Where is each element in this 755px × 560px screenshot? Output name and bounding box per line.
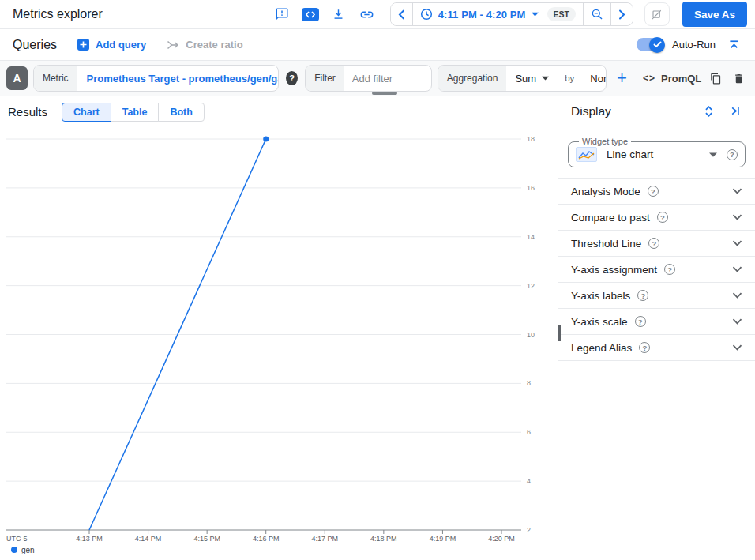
metric-group: Metric Prometheus Target - prometheus/ge… [33, 65, 279, 92]
chevron-down-icon [732, 292, 742, 299]
code-glyph-icon: <> [643, 73, 655, 84]
query-builder-row: A Metric Prometheus Target - prometheus/… [0, 61, 755, 96]
metric-label: Metric [34, 66, 77, 91]
tab-table[interactable]: Table [111, 103, 160, 122]
feedback-button[interactable] [272, 4, 292, 24]
filter-label: Filter [306, 66, 344, 91]
y-axis-tick-label: 6 [527, 428, 531, 436]
section-label: Legend Alias [571, 342, 632, 354]
aggregation-group: Aggregation Sum by None [438, 65, 607, 92]
tab-chart[interactable]: Chart [62, 103, 111, 122]
collapse-right-icon [729, 105, 741, 117]
chart-series-gen[interactable] [89, 137, 269, 531]
feedback-icon [275, 7, 289, 21]
x-axis-tick-label: 4:13 PM [76, 535, 103, 543]
chevron-down-icon [732, 266, 742, 272]
widget-type-field: Widget type Line chart ? [568, 137, 746, 167]
collapse-panel-button[interactable] [727, 103, 742, 119]
filter-input[interactable] [344, 66, 432, 91]
widget-type-value: Line chart [607, 148, 700, 160]
time-range-control: 4:11 PM - 4:20 PM EST [390, 2, 633, 26]
line-chart-icon [576, 147, 597, 162]
reset-zoom-button[interactable] [644, 2, 670, 26]
collapse-queries-button[interactable] [723, 35, 744, 55]
metric-help-button[interactable]: ? [286, 71, 298, 85]
y-axis-tick-label: 2 [527, 526, 531, 534]
chevron-down-icon [732, 318, 742, 325]
x-axis-tick-label: 4:16 PM [253, 535, 280, 543]
add-aggregation-button[interactable]: + [612, 70, 632, 87]
results-header: Results ChartTableBoth [0, 96, 558, 127]
section-analysis-mode[interactable]: Analysis Mode? [558, 179, 755, 205]
time-back-button[interactable] [391, 3, 412, 25]
auto-run-toggle[interactable] [637, 38, 664, 51]
metric-selector[interactable]: Prometheus Target - prometheus/gen/gauge [77, 66, 279, 91]
zoom-out-icon [591, 8, 603, 21]
share-link-button[interactable] [357, 4, 378, 24]
group-by-selector[interactable]: None [581, 66, 607, 91]
help-icon[interactable]: ? [637, 290, 648, 301]
y-axis-tick-label: 12 [527, 282, 535, 290]
time-range-value: 4:11 PM - 4:20 PM [438, 9, 526, 21]
aggregation-selector[interactable]: Sum [506, 66, 558, 91]
add-query-button[interactable]: Add query [77, 39, 146, 51]
time-forward-button[interactable] [610, 3, 633, 25]
x-axis-tick-label: 4:15 PM [193, 535, 220, 543]
link-icon [359, 7, 374, 22]
auto-run-toggle-knob [649, 37, 665, 53]
section-label: Y-axis scale [571, 316, 628, 328]
panel-scrollbar-thumb[interactable] [558, 325, 561, 341]
tab-both[interactable]: Both [158, 103, 204, 122]
help-icon[interactable]: ? [648, 186, 659, 197]
caret-down-icon [542, 76, 549, 81]
main-content: Results ChartTableBoth 246810121416184:1… [0, 96, 755, 559]
section-legend-alias[interactable]: Legend Alias? [558, 335, 755, 361]
chart-gridlines: 24681012141618 [6, 135, 535, 534]
panel-resize-handle[interactable] [372, 92, 397, 95]
metrics-explorer-app: Metrics explorer [0, 0, 755, 560]
widget-type-help-button[interactable]: ? [727, 149, 738, 160]
save-as-button[interactable]: Save As [682, 2, 747, 27]
widget-type-selector[interactable]: Line chart ? [576, 147, 738, 162]
x-axis-tick-label: 4:19 PM [430, 535, 456, 543]
create-ratio-button[interactable]: Create ratio [167, 39, 242, 51]
reset-zoom-icon [651, 9, 663, 21]
help-icon[interactable]: ? [648, 238, 659, 249]
expand-all-sections-button[interactable] [701, 103, 716, 119]
section-threshold-line[interactable]: Threshold Line? [558, 231, 755, 257]
section-y-axis-labels[interactable]: Y-axis labels? [558, 283, 755, 309]
series-endpoint-marker [263, 137, 269, 142]
add-query-icon [77, 39, 89, 51]
download-button[interactable] [329, 4, 349, 24]
section-y-axis-assignment[interactable]: Y-axis assignment? [558, 257, 755, 283]
caret-down-icon [709, 152, 717, 157]
delete-query-button[interactable] [730, 68, 747, 88]
help-icon[interactable]: ? [664, 264, 675, 275]
results-area: Results ChartTableBoth 246810121416184:1… [0, 96, 558, 559]
x-axis-tick-label: 4:18 PM [370, 535, 397, 543]
section-compare-to-past[interactable]: Compare to past? [558, 205, 755, 231]
chart-legend[interactable]: gen [11, 546, 35, 554]
y-axis-tick-label: 18 [527, 135, 535, 143]
results-chart[interactable]: 246810121416184:13 PM4:14 PM4:15 PM4:16 … [0, 127, 558, 559]
duplicate-query-button[interactable] [707, 68, 724, 88]
help-icon[interactable]: ? [639, 342, 650, 353]
x-axis-tick-label: 4:17 PM [312, 535, 339, 543]
chevron-left-icon [398, 9, 405, 20]
timezone-badge[interactable]: EST [547, 7, 576, 21]
help-icon[interactable]: ? [657, 212, 668, 223]
time-range-selector[interactable]: 4:11 PM - 4:20 PM EST [412, 3, 583, 25]
caret-down-icon [532, 12, 539, 17]
query-editor-button[interactable] [300, 4, 321, 24]
section-y-axis-scale[interactable]: Y-axis scale? [558, 309, 755, 335]
help-icon[interactable]: ? [635, 316, 646, 327]
y-axis-tick-label: 16 [527, 184, 535, 192]
promql-button[interactable]: <> PromQL [643, 73, 701, 85]
page-title: Metrics explorer [13, 7, 103, 21]
x-axis-tick-label: 4:20 PM [488, 535, 515, 543]
chevron-down-icon [732, 240, 742, 246]
y-axis-tick-label: 4 [527, 477, 531, 485]
time-zoom-out-button[interactable] [583, 3, 610, 25]
trash-icon [733, 73, 745, 85]
display-panel-header: Display [558, 96, 755, 126]
